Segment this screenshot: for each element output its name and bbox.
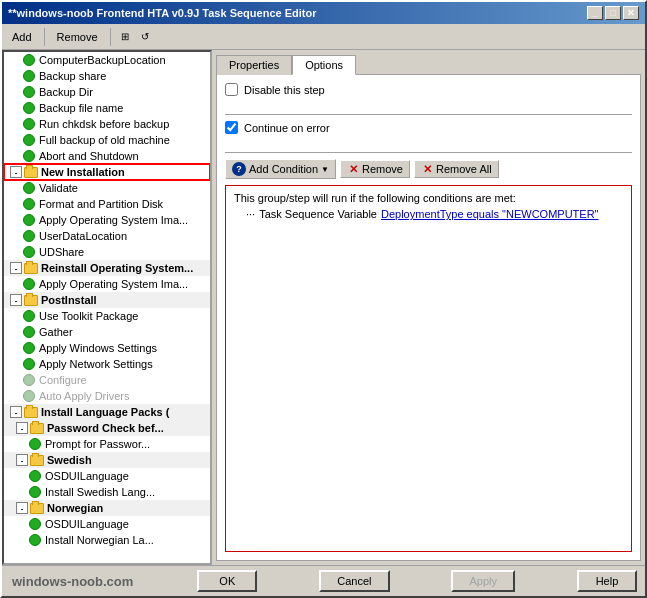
step-icon <box>28 437 42 451</box>
tab-options[interactable]: Options <box>292 55 356 75</box>
window-title: **windows-noob Frontend HTA v0.9J Task S… <box>8 7 316 19</box>
tree-item-label: ComputerBackupLocation <box>39 54 208 66</box>
step-icon <box>22 181 36 195</box>
tree-item-backup-dir[interactable]: Backup Dir <box>4 84 210 100</box>
expand-button[interactable]: - <box>16 422 28 434</box>
condition-value[interactable]: DeploymentType equals "NEWCOMPUTER" <box>381 208 599 220</box>
step-icon <box>22 69 36 83</box>
menu-sep-1 <box>44 28 45 46</box>
apply-button[interactable]: Apply <box>451 570 515 592</box>
tree-item-osdui-language-no[interactable]: OSDUILanguage <box>4 516 210 532</box>
remove-menu[interactable]: Remove <box>51 29 104 45</box>
tree-item-install-lang-packs[interactable]: -Install Language Packs ( <box>4 404 210 420</box>
tree-item-label: Norwegian <box>47 502 208 514</box>
step-icon <box>22 325 36 339</box>
tree-item-osdui-language-sw[interactable]: OSDUILanguage <box>4 468 210 484</box>
expand-button[interactable]: - <box>10 294 22 306</box>
tree-item-configure[interactable]: Configure <box>4 372 210 388</box>
tree-item-auto-apply-drivers[interactable]: Auto Apply Drivers <box>4 388 210 404</box>
tab-content: Disable this step Continue on error ? Ad… <box>216 74 641 561</box>
tree-panel[interactable]: ComputerBackupLocationBackup shareBackup… <box>2 50 212 565</box>
tree-item-computer-backup-location[interactable]: ComputerBackupLocation <box>4 52 210 68</box>
tree-item-label: Apply Operating System Ima... <box>39 278 208 290</box>
step-icon <box>22 373 36 387</box>
remove-condition-label: Remove <box>362 163 403 175</box>
remove-all-label: Remove All <box>436 163 492 175</box>
tree-item-label: Apply Network Settings <box>39 358 208 370</box>
watermark-bottom: windows-noob.com <box>10 572 135 591</box>
tree-item-label: UserDataLocation <box>39 230 208 242</box>
tree-item-label: Abort and Shutdown <box>39 150 208 162</box>
tree-item-swedish-group[interactable]: -Swedish <box>4 452 210 468</box>
tree-item-norwegian-group[interactable]: -Norwegian <box>4 500 210 516</box>
add-menu[interactable]: Add <box>6 29 38 45</box>
help-button[interactable]: Help <box>577 570 637 592</box>
tree-item-install-swedish-lang[interactable]: Install Swedish Lang... <box>4 484 210 500</box>
step-icon <box>22 357 36 371</box>
tree-item-label: Install Norwegian La... <box>45 534 208 546</box>
step-icon <box>22 229 36 243</box>
tree-item-apply-windows-settings[interactable]: Apply Windows Settings <box>4 340 210 356</box>
step-icon <box>22 117 36 131</box>
expand-button[interactable]: - <box>10 406 22 418</box>
toolbar-icon-2[interactable]: ↺ <box>137 29 153 45</box>
main-window: **windows-noob Frontend HTA v0.9J Task S… <box>0 0 647 598</box>
tree-item-apply-os-image2[interactable]: Apply Operating System Ima... <box>4 276 210 292</box>
chevron-down-icon: ▼ <box>321 165 329 174</box>
step-icon <box>22 245 36 259</box>
step-icon <box>28 517 42 531</box>
tree-item-format-partition[interactable]: Format and Partition Disk <box>4 196 210 212</box>
remove-all-button[interactable]: ✕ Remove All <box>414 160 499 178</box>
tree-item-label: OSDUILanguage <box>45 518 208 530</box>
tree-item-abort-shutdown[interactable]: Abort and Shutdown <box>4 148 210 164</box>
step-icon <box>22 133 36 147</box>
tree-item-label: Run chkdsk before backup <box>39 118 208 130</box>
tree-item-postinstall-group[interactable]: -PostInstall <box>4 292 210 308</box>
tree-item-reinstall-os-group[interactable]: -Reinstall Operating System... <box>4 260 210 276</box>
tree-item-new-installation[interactable]: -New Installation <box>4 164 210 180</box>
maximize-button[interactable]: □ <box>605 6 621 20</box>
condition-detail: ··· Task Sequence Variable DeploymentTyp… <box>246 208 623 220</box>
tree-item-backup-file-name[interactable]: Backup file name <box>4 100 210 116</box>
menu-bar: Add Remove ⊞ ↺ <box>2 24 645 50</box>
tree-item-validate[interactable]: Validate <box>4 180 210 196</box>
tree-item-label: Format and Partition Disk <box>39 198 208 210</box>
add-condition-button[interactable]: ? Add Condition ▼ <box>225 159 336 179</box>
expand-button[interactable]: - <box>10 166 22 178</box>
main-content: ComputerBackupLocationBackup shareBackup… <box>2 50 645 565</box>
expand-button[interactable]: - <box>16 502 28 514</box>
tree-item-user-data-location[interactable]: UserDataLocation <box>4 228 210 244</box>
folder-icon <box>30 421 44 435</box>
tree-item-label: UDShare <box>39 246 208 258</box>
tree-item-password-check-group[interactable]: -Password Check bef... <box>4 420 210 436</box>
remove-condition-button[interactable]: ✕ Remove <box>340 160 410 178</box>
tree-item-udshare[interactable]: UDShare <box>4 244 210 260</box>
tree-item-backup-share[interactable]: Backup share <box>4 68 210 84</box>
tree-item-prompt-for-password[interactable]: Prompt for Passwor... <box>4 436 210 452</box>
disable-step-checkbox[interactable] <box>225 83 238 96</box>
tree-item-run-chkdsk[interactable]: Run chkdsk before backup <box>4 116 210 132</box>
close-button[interactable]: ✕ <box>623 6 639 20</box>
minimize-button[interactable]: _ <box>587 6 603 20</box>
expand-button[interactable]: - <box>10 262 22 274</box>
toolbar-icon-1[interactable]: ⊞ <box>117 29 133 45</box>
continue-on-error-row: Continue on error <box>225 121 632 134</box>
disable-step-row: Disable this step <box>225 83 632 96</box>
condition-toolbar: ? Add Condition ▼ ✕ Remove ✕ Remove All <box>225 159 632 179</box>
tree-item-gather[interactable]: Gather <box>4 324 210 340</box>
step-icon <box>22 101 36 115</box>
divider-2 <box>225 152 632 153</box>
tab-bar: Properties Options <box>216 54 641 74</box>
tab-properties[interactable]: Properties <box>216 55 292 75</box>
tree-item-apply-network-settings[interactable]: Apply Network Settings <box>4 356 210 372</box>
continue-on-error-checkbox[interactable] <box>225 121 238 134</box>
tree-item-label: Configure <box>39 374 208 386</box>
cancel-button[interactable]: Cancel <box>319 570 389 592</box>
tree-item-install-norwegian-lang[interactable]: Install Norwegian La... <box>4 532 210 548</box>
ok-button[interactable]: OK <box>197 570 257 592</box>
expand-button[interactable]: - <box>16 454 28 466</box>
tree-item-use-toolkit-package[interactable]: Use Toolkit Package <box>4 308 210 324</box>
tree-item-apply-os-image[interactable]: Apply Operating System Ima... <box>4 212 210 228</box>
condition-box: This group/step will run if the followin… <box>225 185 632 552</box>
tree-item-full-backup[interactable]: Full backup of old machine <box>4 132 210 148</box>
